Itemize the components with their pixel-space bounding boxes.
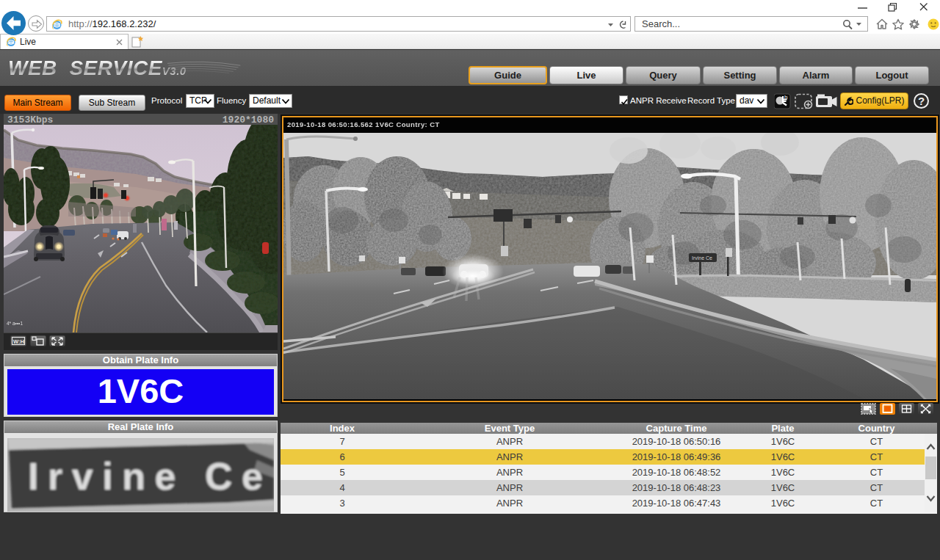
svg-text:2019-10-18 06:50:16.562 1V6C C: 2019-10-18 06:50:16.562 1V6C Country: CT xyxy=(287,120,440,128)
svg-text:W:H: W:H xyxy=(13,338,24,345)
svg-text:3153Kbps: 3153Kbps xyxy=(7,114,54,126)
svg-text:1920*1080: 1920*1080 xyxy=(223,114,274,126)
svg-text:Irvine Ce: Irvine Ce xyxy=(692,255,712,261)
svg-text:4* a•••1: 4* a•••1 xyxy=(7,321,23,326)
svg-text:h: h xyxy=(784,94,787,101)
